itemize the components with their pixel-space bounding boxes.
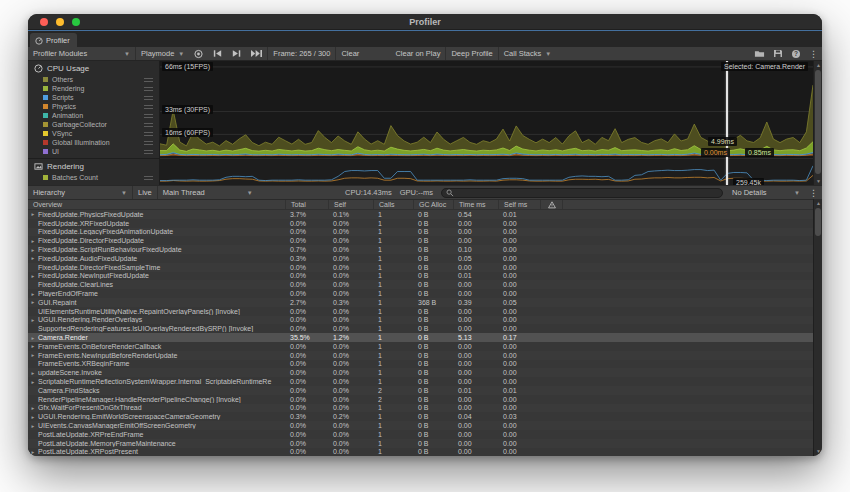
table-row[interactable]: SupportedRenderingFeatures.IsUIOverlayRe… — [28, 324, 813, 333]
drag-handle-icon[interactable] — [144, 176, 153, 180]
titlebar[interactable]: Profiler — [28, 14, 822, 30]
table-row[interactable]: ▸FixedUpdate.AudioFixedUpdate0.3%0.0%10 … — [28, 254, 813, 263]
scroll-down-icon[interactable]: ▼ — [814, 178, 822, 184]
table-row[interactable]: ▸updateScene.Invoke0.0%0.0%10 B0.000.00 — [28, 368, 813, 377]
table-scrollbar[interactable]: ▲ ▼ — [813, 199, 822, 456]
column-header-gc-alloc[interactable]: GC Alloc — [413, 200, 453, 209]
table-row[interactable]: UIElementsRuntimeUtilityNative.RepaintOv… — [28, 307, 813, 316]
chart-scrollbar-thumb[interactable] — [815, 70, 821, 174]
legend-item-animation[interactable]: Animation — [28, 111, 159, 120]
expand-arrow-icon[interactable]: ▸ — [28, 343, 38, 349]
live-toggle[interactable]: Live — [133, 186, 157, 199]
help-button[interactable]: ? — [787, 47, 805, 60]
column-header-self-ms[interactable]: Self ms — [498, 200, 540, 209]
profiler-modules-dropdown[interactable]: Profiler Modules▼ — [28, 47, 135, 60]
table-scrollbar-thumb[interactable] — [815, 208, 821, 236]
view-mode-dropdown[interactable]: Hierarchy▼ — [28, 186, 132, 199]
table-row[interactable]: ▸UGUI.Rendering.RenderOverlays0.0%0.0%10… — [28, 316, 813, 325]
legend-item-scripts[interactable]: Scripts — [28, 93, 159, 102]
search-input[interactable] — [457, 189, 718, 197]
thread-dropdown[interactable]: Main Thread▼ — [158, 186, 258, 199]
scroll-down-icon[interactable]: ▼ — [814, 448, 822, 454]
drag-handle-icon[interactable] — [144, 87, 153, 91]
deep-profile-toggle[interactable]: Deep Profile — [446, 47, 497, 60]
table-row[interactable]: ▸PostLateUpdate.XRPostPresent0.0%0.0%10 … — [28, 448, 813, 456]
legend-item-others[interactable]: Others — [28, 75, 159, 84]
expand-arrow-icon[interactable]: ▸ — [28, 379, 38, 385]
drag-handle-icon[interactable] — [144, 132, 153, 136]
table-row[interactable]: ▸Gfx.WaitForPresentOnGfxThread0.0%0.0%10… — [28, 404, 813, 413]
save-profile-button[interactable] — [769, 47, 787, 60]
expand-arrow-icon[interactable]: ▸ — [28, 255, 38, 261]
expand-arrow-icon[interactable]: ▸ — [28, 405, 38, 411]
drag-handle-icon[interactable] — [144, 105, 153, 109]
expand-arrow-icon[interactable]: ▸ — [28, 299, 38, 305]
hierarchy-menu-button[interactable]: ⋮ — [805, 186, 822, 199]
cpu-time-label[interactable]: CPU:14.43ms — [341, 186, 396, 199]
table-row[interactable]: PostLateUpdate.MemoryFrameMaintenance0.0… — [28, 439, 813, 448]
table-row[interactable]: FixedUpdate.XRFixedUpdate0.0%0.0%10 B0.0… — [28, 219, 813, 228]
rendering-module-header[interactable]: Rendering — [28, 159, 159, 173]
table-row[interactable]: FixedUpdate.ClearLines0.0%0.0%10 B0.000.… — [28, 280, 813, 289]
drag-handle-icon[interactable] — [144, 123, 153, 127]
gpu-time-label[interactable]: GPU:--ms — [396, 186, 437, 199]
playmode-dropdown[interactable]: Playmode▼ — [136, 47, 189, 60]
next-frame-button[interactable] — [227, 47, 246, 60]
expand-arrow-icon[interactable]: ▸ — [28, 273, 38, 279]
table-row[interactable]: FixedUpdate.DirectorFixedSampleTime0.0%0… — [28, 263, 813, 272]
clear-on-play-toggle[interactable]: Clear on Play — [390, 47, 445, 60]
legend-item-batches-count[interactable]: Batches Count — [28, 173, 159, 182]
table-row[interactable]: ▸FixedUpdate.DirectorFixedUpdate0.0%0.0%… — [28, 236, 813, 245]
legend-item-physics[interactable]: Physics — [28, 102, 159, 111]
previous-frame-button[interactable] — [208, 47, 227, 60]
call-stacks-dropdown[interactable]: Call Stacks▼ — [499, 47, 556, 60]
table-row[interactable]: ▸GUI.Repaint2.7%0.3%1368 B0.390.05 — [28, 298, 813, 307]
table-row[interactable]: ▸UIEvents.CanvasManagerEmitOffScreenGeom… — [28, 421, 813, 430]
expand-arrow-icon[interactable]: ▸ — [28, 449, 38, 455]
current-frame-button[interactable] — [246, 47, 267, 60]
table-row[interactable]: ▸ScriptableRuntimeReflectionSystemWrappe… — [28, 377, 813, 386]
drag-handle-icon[interactable] — [144, 141, 153, 145]
drag-handle-icon[interactable] — [144, 114, 153, 118]
expand-arrow-icon[interactable]: ▸ — [28, 423, 38, 429]
drag-handle-icon[interactable] — [144, 78, 153, 82]
drag-handle-icon[interactable] — [144, 96, 153, 100]
table-row[interactable]: ▸FixedUpdate.PhysicsFixedUpdate3.7%0.1%1… — [28, 210, 813, 219]
details-dropdown[interactable]: No Details▼ — [727, 186, 805, 199]
table-row[interactable]: ▸PlayerEndOfFrame0.0%0.0%10 B0.000.00 — [28, 289, 813, 298]
table-row[interactable]: ▸UGUI.Rendering.EmitWorldScreenspaceCame… — [28, 412, 813, 421]
window-menu-button[interactable]: ⋮ — [805, 47, 822, 60]
rendering-chart[interactable] — [160, 158, 813, 185]
legend-item-ui[interactable]: UI — [28, 147, 159, 156]
scroll-up-icon[interactable]: ▲ — [814, 62, 822, 68]
record-button[interactable] — [189, 47, 208, 60]
expand-arrow-icon[interactable]: ▸ — [28, 317, 38, 323]
expand-arrow-icon[interactable]: ▸ — [28, 238, 38, 244]
column-header-total[interactable]: Total — [285, 200, 328, 209]
expand-arrow-icon[interactable]: ▸ — [28, 352, 38, 358]
load-profile-button[interactable] — [750, 47, 769, 60]
column-header-warnings[interactable] — [540, 200, 562, 209]
legend-item-garbagecollector[interactable]: GarbageCollector — [28, 120, 159, 129]
cpu-usage-module-header[interactable]: CPU Usage — [28, 61, 159, 75]
table-row[interactable]: FrameEvents.XRBeginFrame0.0%0.0%10 B0.00… — [28, 360, 813, 369]
expand-arrow-icon[interactable]: ▸ — [28, 335, 38, 341]
table-row[interactable]: ▸FrameEvents.NewInputBeforeRenderUpdate0… — [28, 351, 813, 360]
table-row[interactable]: ▸FixedUpdate.NewInputFixedUpdate0.0%0.0%… — [28, 272, 813, 281]
column-header-self[interactable]: Self — [328, 200, 373, 209]
search-field[interactable] — [441, 188, 723, 198]
column-header-overview[interactable]: Overview — [28, 200, 285, 209]
expand-arrow-icon[interactable]: ▸ — [28, 414, 38, 420]
expand-arrow-icon[interactable]: ▸ — [28, 211, 38, 217]
expand-arrow-icon[interactable]: ▸ — [28, 370, 38, 376]
tab-profiler[interactable]: Profiler — [30, 33, 77, 48]
table-row[interactable]: ▸FrameEvents.OnBeforeRenderCallback0.0%0… — [28, 342, 813, 351]
chart-scrollbar[interactable]: ▲ ▼ — [813, 61, 822, 185]
expand-arrow-icon[interactable]: ▸ — [28, 291, 38, 297]
selected-frame-line[interactable] — [726, 61, 728, 185]
legend-item-global-illumination[interactable]: Global Illumination — [28, 138, 159, 147]
table-row[interactable]: Camera.FindStacks0.0%0.0%20 B0.010.01 — [28, 386, 813, 395]
legend-item-vsync[interactable]: VSync — [28, 129, 159, 138]
table-row[interactable]: PostLateUpdate.XRPreEndFrame0.0%0.0%10 B… — [28, 430, 813, 439]
column-header-time-ms[interactable]: Time ms — [453, 200, 498, 209]
